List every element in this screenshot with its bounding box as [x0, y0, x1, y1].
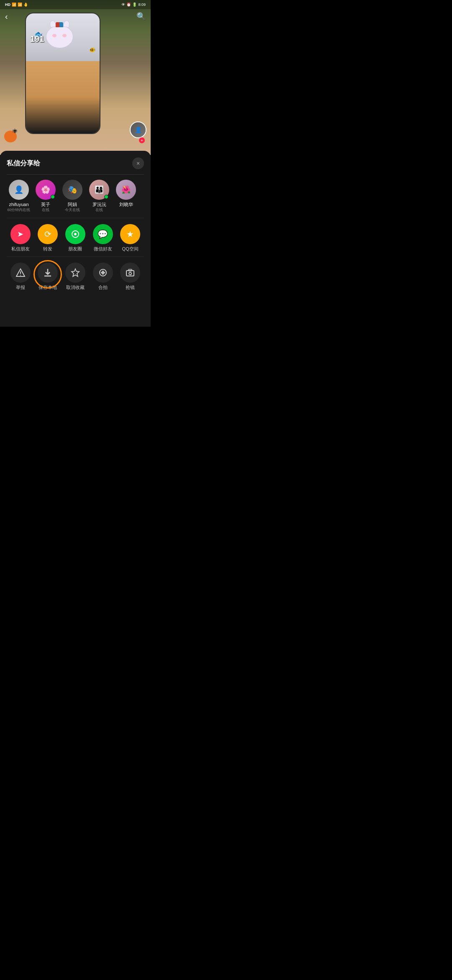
qqzone-icon: ★ [120, 224, 140, 244]
fish-blue-icon: 🐠 [89, 47, 95, 53]
unfavorite-icon [65, 263, 85, 283]
action-camera[interactable]: 抢镜 [116, 263, 144, 291]
svg-marker-7 [72, 269, 79, 276]
friend-avatar-wrap-1: 👤 [9, 180, 29, 200]
hd-badge: HD [5, 3, 10, 7]
spider-decoration: 🕷 [13, 128, 18, 134]
action-wechat[interactable]: 💬 微信好友 [89, 224, 117, 252]
battery-icon: 🔋 [132, 3, 137, 7]
action-dm-friend[interactable]: ➤ 私信朋友 [7, 224, 34, 252]
friend-item-zhifuyuan[interactable]: 👤 zhifuyuan 60分钟内在线 [7, 180, 31, 213]
save-icon [38, 263, 58, 283]
status-left-icons: HD 📶 📶 🤚 [5, 3, 28, 7]
friend-item-liuxiaohua[interactable]: 🌺 刘晓华 [114, 180, 138, 213]
friend-name-5: 刘晓华 [119, 201, 133, 207]
friend-avatar-1: 👤 [9, 180, 29, 200]
alarm-icon: ⏰ [126, 3, 131, 7]
action-report[interactable]: 举报 [7, 263, 34, 291]
report-label: 举报 [16, 284, 25, 291]
close-button[interactable]: × [132, 157, 144, 169]
share-bottom-sheet: 私信分享给 × 👤 zhifuyuan 60分钟内在线 🌸 英子 [0, 151, 151, 327]
friend-item-yingzi[interactable]: 🌸 英子 在线 [33, 180, 58, 213]
moments-label: 朋友圈 [68, 246, 82, 252]
share-actions-row1: ➤ 私信朋友 ⟳ 转发 朋友圈 💬 微信好友 [7, 218, 144, 257]
video-count: 191 [30, 34, 44, 44]
video-background: 🐟 🐠 191 🕷 [0, 0, 151, 155]
friend-avatar-wrap-5: 🌺 [116, 180, 136, 200]
camera-icon [120, 263, 140, 283]
friend-name-4: 罗沅沅 [92, 201, 106, 207]
action-collab[interactable]: 合拍 [89, 263, 117, 291]
friend-avatar-wrap-2: 🌸 [36, 180, 56, 200]
friend-name-1: zhifuyuan [9, 201, 28, 207]
friend-name-2: 英子 [41, 201, 50, 207]
friend-name-3: 阿娟 [68, 201, 77, 207]
collab-label: 合拍 [98, 284, 108, 291]
search-button[interactable]: 🔍 [136, 12, 146, 21]
camera-label: 抢镜 [126, 284, 135, 291]
video-area: 🐟 🐠 191 🕷 👤 + [0, 0, 151, 155]
dm-friend-icon: ➤ [10, 224, 31, 244]
svg-point-14 [129, 272, 131, 275]
online-indicator-4 [104, 195, 108, 199]
friend-status-1: 60分钟内在线 [7, 207, 30, 213]
online-indicator-2 [51, 195, 55, 199]
wechat-icon: 💬 [93, 224, 113, 244]
action-save[interactable]: 保存本地 [34, 263, 62, 291]
action-moments[interactable]: 朋友圈 [62, 224, 89, 252]
friend-avatar-wrap-4: 👨‍👩‍👦 [89, 180, 109, 200]
time-display: 8:09 [138, 3, 146, 7]
cat-sticker [43, 22, 76, 51]
friends-list: 👤 zhifuyuan 60分钟内在线 🌸 英子 在线 🎭 [7, 175, 144, 218]
svg-point-4 [20, 275, 21, 276]
sheet-title: 私信分享给 [7, 159, 40, 168]
moments-icon [65, 224, 85, 244]
friend-item-luoyuanyuan[interactable]: 👨‍👩‍👦 罗沅沅 在线 [87, 180, 111, 213]
friend-avatar-wrap-3: 🎭 [62, 180, 82, 200]
hand-icon: 🤚 [23, 3, 28, 7]
signal-icon: 📶 [12, 3, 16, 7]
friend-status-3: 今天在线 [65, 207, 80, 213]
friend-status-2: 在线 [42, 207, 49, 213]
wifi-icon: 📶 [18, 3, 22, 7]
friend-avatar-3: 🎭 [62, 180, 82, 200]
action-unfavorite[interactable]: 取消收藏 [62, 263, 89, 291]
eye-icon: 👁 [121, 3, 125, 7]
creator-avatar[interactable]: 👤 [130, 121, 146, 138]
status-bar: HD 📶 📶 🤚 👁 ⏰ 🔋 8:09 [0, 0, 151, 9]
friend-item-ajuan[interactable]: 🎭 阿娟 今天在线 [60, 180, 85, 213]
status-right-icons: 👁 ⏰ 🔋 8:09 [121, 3, 146, 7]
phone-in-video: 🐟 🐠 191 [25, 13, 100, 134]
unfavorite-label: 取消收藏 [66, 284, 85, 291]
back-button[interactable]: ‹ [5, 12, 8, 21]
wechat-label: 微信好友 [94, 246, 112, 252]
share-actions-row2: 举报 保存本地 取消收藏 [7, 257, 144, 295]
phone-person [26, 61, 100, 133]
dm-friend-label: 私信朋友 [11, 246, 30, 252]
friend-status-4: 在线 [95, 207, 103, 213]
qqzone-label: QQ空间 [122, 246, 139, 252]
phone-screen: 🐟 🐠 191 [26, 13, 100, 133]
save-label: 保存本地 [39, 284, 57, 291]
friend-avatar-5: 🌺 [116, 180, 136, 200]
collab-icon [93, 263, 113, 283]
report-icon [10, 263, 31, 283]
close-icon: × [136, 160, 140, 167]
repost-icon: ⟳ [38, 224, 58, 244]
repost-label: 转发 [43, 246, 52, 252]
action-qqzone[interactable]: ★ QQ空间 [116, 224, 144, 252]
follow-button[interactable]: + [139, 137, 145, 143]
svg-point-1 [74, 233, 77, 235]
sheet-header: 私信分享给 × [7, 151, 144, 175]
action-repost[interactable]: ⟳ 转发 [34, 224, 62, 252]
svg-rect-12 [126, 271, 134, 276]
